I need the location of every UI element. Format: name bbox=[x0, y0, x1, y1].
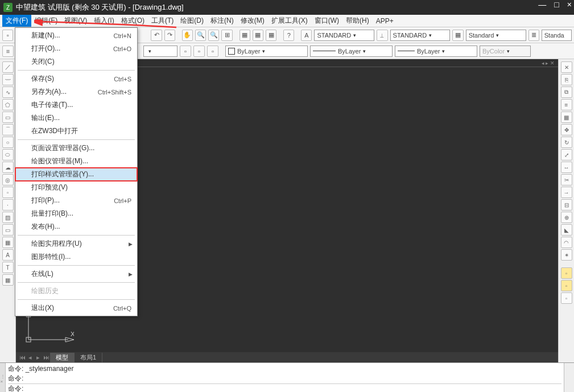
layer-combo[interactable]: ▾ bbox=[143, 46, 177, 57]
color-combo[interactable]: ByLayer▾ bbox=[225, 46, 308, 57]
tab-nav-last-icon[interactable]: ⏭ bbox=[42, 354, 50, 361]
table-style-icon[interactable]: ▦ bbox=[452, 30, 463, 41]
tool-zoom2-icon[interactable]: 🔍 bbox=[208, 30, 219, 41]
table-style-combo[interactable]: Standard▾ bbox=[466, 30, 526, 41]
layer-btn3-icon[interactable]: ▫ bbox=[207, 46, 218, 57]
menu-ext[interactable]: 扩展工具(X) bbox=[268, 15, 311, 27]
menuitem-N[interactable]: 新建(N)...Ctrl+N bbox=[15, 29, 137, 42]
mline-style-combo[interactable]: Standa bbox=[542, 30, 572, 41]
menu-app[interactable]: APP+ bbox=[373, 16, 397, 26]
tool-new-icon[interactable]: ▫ bbox=[2, 30, 13, 41]
text-style-combo[interactable]: STANDARD▾ bbox=[314, 30, 374, 41]
cmd-scrollbar[interactable] bbox=[564, 363, 574, 392]
palette1-icon[interactable]: ▫ bbox=[561, 267, 572, 279]
menuitem-X[interactable]: 退出(X)Ctrl+Q bbox=[15, 302, 137, 315]
draw-block-icon[interactable]: ▫ bbox=[2, 187, 14, 198]
menu-edit[interactable]: 编辑(E) bbox=[31, 15, 61, 27]
plotstyle-combo[interactable]: ByColor▾ bbox=[480, 46, 531, 57]
linetype-combo[interactable]: ByLayer▾ bbox=[310, 46, 393, 57]
mod-chamfer-icon[interactable]: ◣ bbox=[561, 224, 572, 236]
layer-icon[interactable]: ≡ bbox=[2, 46, 14, 57]
menuitem-L[interactable]: 在线(L)▶ bbox=[15, 267, 137, 280]
mod-rotate-icon[interactable]: ↻ bbox=[561, 137, 572, 148]
tab-nav-first-icon[interactable]: ⏮ bbox=[18, 354, 26, 361]
dim-style-combo[interactable]: STANDARD▾ bbox=[390, 30, 451, 41]
draw-point-icon[interactable]: · bbox=[2, 199, 14, 211]
mod-mirror-icon[interactable]: ⧉ bbox=[561, 86, 572, 98]
draw-grid-icon[interactable]: ▦ bbox=[2, 274, 14, 286]
draw-circle-icon[interactable]: ○ bbox=[2, 137, 14, 148]
menu-window[interactable]: 窗口(W) bbox=[311, 15, 342, 27]
mod-move-icon[interactable]: ✥ bbox=[561, 124, 572, 135]
menu-help[interactable]: 帮助(H) bbox=[342, 15, 373, 27]
draw-spline-icon[interactable]: ∿ bbox=[2, 86, 14, 98]
draw-line-icon[interactable]: ／ bbox=[2, 61, 14, 73]
mod-stretch-icon[interactable]: ↔ bbox=[561, 162, 572, 173]
menuitem-E[interactable]: 输出(E)... bbox=[15, 112, 137, 125]
close-button[interactable]: × bbox=[567, 0, 572, 9]
menuitem-V[interactable]: 打印预览(V) bbox=[15, 181, 137, 194]
draw-mtext-icon[interactable]: T bbox=[2, 262, 14, 273]
menuitem-A[interactable]: 另存为(A)...Ctrl+Shift+S bbox=[15, 85, 137, 98]
palette2-icon[interactable]: ▫ bbox=[561, 280, 572, 291]
menuitem-I[interactable]: 图形特性(I)... bbox=[15, 250, 137, 263]
menuitem-B[interactable]: 批量打印(B)... bbox=[15, 207, 137, 220]
menuitem-H[interactable]: 发布(H)... bbox=[15, 220, 137, 233]
menu-dim[interactable]: 标注(N) bbox=[207, 15, 237, 27]
mod-array-icon[interactable]: ▦ bbox=[561, 112, 572, 123]
menu-file[interactable]: 文件(F) bbox=[2, 15, 31, 27]
tool-table-icon[interactable]: ▦ bbox=[239, 30, 250, 41]
draw-text-icon[interactable]: A bbox=[2, 249, 14, 261]
mod-join-icon[interactable]: ⊕ bbox=[561, 212, 572, 223]
mod-break-icon[interactable]: ⊟ bbox=[561, 199, 572, 211]
menuitem-Y[interactable]: 打印样式管理器(Y)... bbox=[15, 168, 137, 181]
mod-trim-icon[interactable]: ✂ bbox=[561, 174, 572, 185]
tool-redo-icon[interactable]: ↷ bbox=[164, 30, 175, 41]
menuitem-O[interactable]: 打开(O)...Ctrl+O bbox=[15, 42, 137, 55]
tool-help-icon[interactable]: ? bbox=[283, 30, 294, 41]
text-style-icon[interactable]: A bbox=[301, 30, 312, 41]
tool-zoom-icon[interactable]: 🔍 bbox=[195, 30, 206, 41]
mline-style-icon[interactable]: ≣ bbox=[528, 30, 539, 41]
layer-btn2-icon[interactable]: ▫ bbox=[193, 46, 205, 57]
menu-modify[interactable]: 修改(M) bbox=[237, 15, 268, 27]
menuitem-G[interactable]: 页面设置管理器(G)... bbox=[15, 142, 137, 155]
menu-tools[interactable]: 工具(T) bbox=[148, 15, 177, 27]
tab-nav-prev-icon[interactable]: ◂ bbox=[26, 354, 34, 361]
tool-undo-icon[interactable]: ↶ bbox=[151, 30, 162, 41]
draw-region-icon[interactable]: ▭ bbox=[2, 224, 14, 236]
menuitem-S[interactable]: 保存(S)Ctrl+S bbox=[15, 72, 137, 85]
minimize-button[interactable]: — bbox=[538, 0, 546, 9]
menuitem-C[interactable]: 关闭(C) bbox=[15, 55, 137, 68]
lineweight-combo[interactable]: ByLayer▾ bbox=[395, 46, 477, 57]
tool-prop-icon[interactable]: ▦ bbox=[266, 30, 276, 41]
mod-copy-icon[interactable]: ⎘ bbox=[561, 74, 572, 85]
command-input[interactable] bbox=[26, 385, 561, 393]
mod-fillet-icon[interactable]: ◠ bbox=[561, 237, 572, 248]
menuitem-M[interactable]: 绘图仪管理器(M)... bbox=[15, 155, 137, 168]
menuitem-P[interactable]: 打印(P)...Ctrl+P bbox=[15, 194, 137, 207]
menu-format[interactable]: 格式(O) bbox=[118, 15, 148, 27]
tool-table2-icon[interactable]: ▦ bbox=[253, 30, 263, 41]
draw-rect-icon[interactable]: ▭ bbox=[2, 112, 14, 123]
menuitem-T[interactable]: 电子传递(T)... bbox=[15, 98, 137, 112]
layer-btn1-icon[interactable]: ▫ bbox=[180, 46, 191, 57]
mod-extend-icon[interactable]: → bbox=[561, 187, 572, 198]
tab-layout1[interactable]: 布局1 bbox=[75, 353, 102, 362]
palette3-icon[interactable]: ▫ bbox=[561, 292, 572, 304]
maximize-button[interactable]: □ bbox=[554, 0, 559, 9]
draw-revcloud-icon[interactable]: ☁ bbox=[2, 162, 14, 173]
tool-zoom-ext-icon[interactable]: ⊞ bbox=[221, 30, 232, 41]
canvas-nav-dots[interactable]: ◂ ▸ ✕ bbox=[542, 60, 555, 66]
menuitem-ZW3D[interactable]: 在ZW3D中打开 bbox=[15, 125, 137, 138]
dim-style-icon[interactable]: ⟂ bbox=[377, 30, 387, 41]
mod-scale-icon[interactable]: ⤢ bbox=[561, 149, 572, 160]
menu-draw[interactable]: 绘图(D) bbox=[177, 15, 207, 27]
mod-explode-icon[interactable]: ✶ bbox=[561, 249, 572, 261]
tab-model[interactable]: 模型 bbox=[50, 353, 75, 362]
draw-ellipse-icon[interactable]: ⬭ bbox=[2, 149, 14, 160]
tab-nav-next-icon[interactable]: ▸ bbox=[34, 354, 42, 361]
mod-erase-icon[interactable]: ✕ bbox=[561, 61, 572, 73]
mod-offset-icon[interactable]: ≡ bbox=[561, 99, 572, 110]
draw-arc-icon[interactable]: ⌒ bbox=[2, 124, 14, 135]
